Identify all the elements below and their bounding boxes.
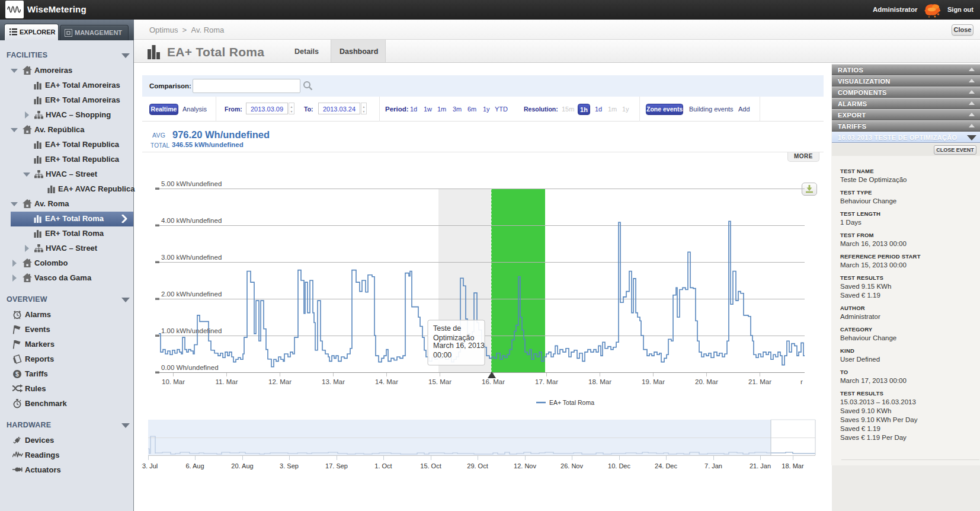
- svg-text:7. Jan: 7. Jan: [704, 462, 722, 470]
- svg-text:17. Sep: 17. Sep: [325, 462, 348, 470]
- svg-text:23. Jul: 23. Jul: [139, 462, 158, 470]
- svg-text:21. Mar: 21. Mar: [748, 378, 771, 385]
- svg-text:21. Jan: 21. Jan: [750, 462, 771, 470]
- svg-text:00:00: 00:00: [433, 351, 451, 359]
- svg-text:12. Nov: 12. Nov: [514, 462, 536, 470]
- svg-text:10. Mar: 10. Mar: [162, 378, 185, 385]
- svg-text:11. Mar: 11. Mar: [215, 378, 238, 385]
- svg-text:14. Mar: 14. Mar: [375, 378, 398, 385]
- svg-text:r: r: [800, 378, 803, 385]
- svg-text:18. Mar: 18. Mar: [782, 462, 804, 470]
- svg-text:15. Mar: 15. Mar: [428, 378, 451, 385]
- svg-text:15. Oct: 15. Oct: [420, 462, 441, 470]
- svg-text:17. Mar: 17. Mar: [535, 378, 558, 385]
- svg-text:20. Mar: 20. Mar: [695, 378, 718, 385]
- svg-text:10. Dec: 10. Dec: [608, 462, 630, 470]
- svg-text:2.00 kWh/undefined: 2.00 kWh/undefined: [161, 290, 222, 298]
- svg-text:EA+ Total Roma: EA+ Total Roma: [549, 399, 594, 406]
- svg-text:24. Dec: 24. Dec: [655, 462, 677, 470]
- svg-text:5.00 kWh/undefined: 5.00 kWh/undefined: [161, 180, 222, 187]
- svg-text:18. Mar: 18. Mar: [588, 378, 611, 385]
- svg-text:0.00 Wh/undefined: 0.00 Wh/undefined: [161, 364, 219, 371]
- svg-text:16. Mar: 16. Mar: [482, 378, 505, 385]
- svg-text:20. Aug: 20. Aug: [231, 462, 253, 470]
- svg-text:$: $: [15, 371, 19, 378]
- svg-text:1.00 kWh/undefined: 1.00 kWh/undefined: [161, 327, 222, 334]
- svg-text:3. Sep: 3. Sep: [280, 462, 299, 470]
- svg-text:Optimização: Optimização: [433, 334, 475, 342]
- svg-text:12. Mar: 12. Mar: [268, 378, 292, 385]
- svg-text:1. Oct: 1. Oct: [374, 462, 392, 470]
- svg-text:26. Nov: 26. Nov: [561, 462, 583, 470]
- svg-text:3.00 kWh/undefined: 3.00 kWh/undefined: [161, 254, 222, 261]
- svg-text:March 16, 2013: March 16, 2013: [433, 341, 485, 350]
- svg-text:29. Oct: 29. Oct: [467, 462, 488, 470]
- svg-text:Teste de: Teste de: [433, 324, 461, 333]
- svg-text:19. Mar: 19. Mar: [642, 378, 665, 385]
- svg-text:4.00 kWh/undefined: 4.00 kWh/undefined: [161, 217, 222, 224]
- svg-text:13. Mar: 13. Mar: [322, 378, 345, 385]
- svg-text:6. Aug: 6. Aug: [185, 462, 204, 470]
